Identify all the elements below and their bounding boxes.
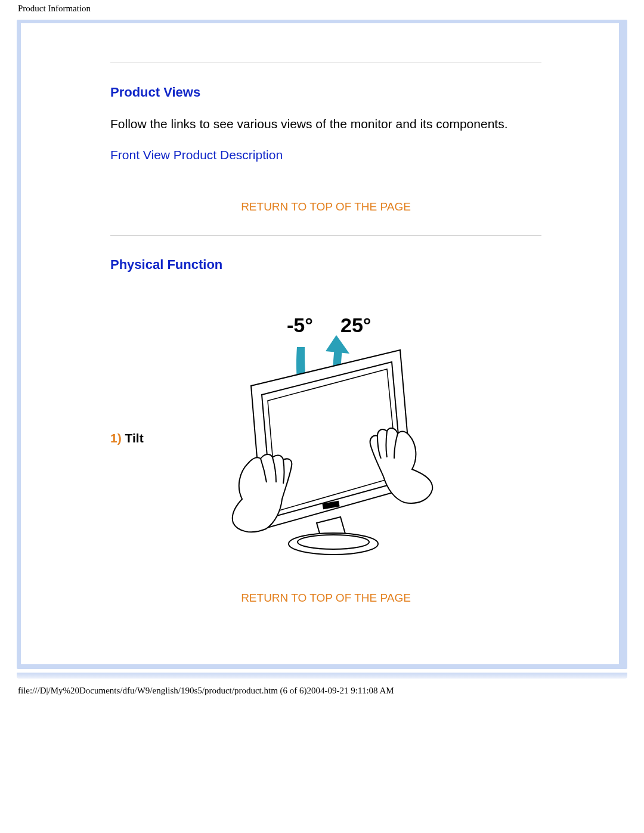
tilt-item-word: Tilt [125,431,144,445]
tilt-row: 1) Tilt -5° 25° [110,308,541,568]
svg-marker-1 [326,335,349,354]
footer-path: file:///D|/My%20Documents/dfu/W9/english… [0,679,644,696]
tilt-item-number: 1) [110,431,122,445]
tilt-label: 1) Tilt [110,431,144,445]
section-heading-product-views: Product Views [110,85,541,100]
angle-max-label: 25° [340,314,371,336]
page-header-title: Product Information [0,0,644,14]
frame-bottom-edge [17,673,627,679]
front-view-link[interactable]: Front View Product Description [110,148,283,162]
section-heading-physical-function: Physical Function [110,257,541,272]
content-area: Product Views Follow the links to see va… [98,23,553,664]
divider [110,235,541,236]
page-frame: Product Views Follow the links to see va… [17,20,627,669]
divider [110,63,541,63]
return-to-top-link[interactable]: RETURN TO TOP OF THE PAGE [110,592,541,605]
angle-min-label: -5° [287,314,313,336]
tilt-illustration: -5° 25° [215,308,442,568]
content-frame: Product Views Follow the links to see va… [21,23,623,664]
svg-point-7 [298,535,369,549]
return-to-top-link[interactable]: RETURN TO TOP OF THE PAGE [110,200,541,213]
product-views-body: Follow the links to see various views of… [110,117,541,131]
